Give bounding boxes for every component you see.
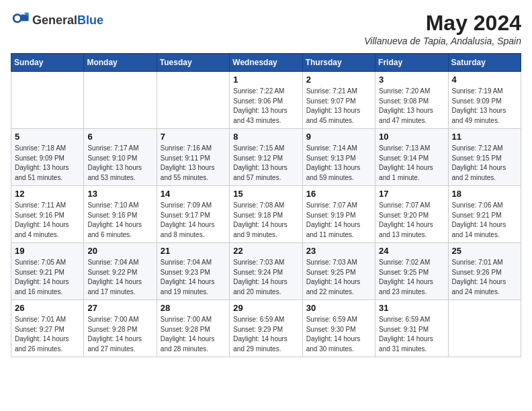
calendar-cell: 14Sunrise: 7:09 AM Sunset: 9:17 PM Dayli… [157, 186, 229, 243]
day-info: Sunrise: 7:15 AM Sunset: 9:12 PM Dayligh… [233, 144, 298, 183]
day-number: 9 [306, 132, 371, 142]
day-number: 2 [306, 75, 371, 85]
day-info: Sunrise: 6:59 AM Sunset: 9:31 PM Dayligh… [379, 315, 444, 354]
day-info: Sunrise: 7:03 AM Sunset: 9:25 PM Dayligh… [306, 258, 371, 297]
day-info: Sunrise: 7:01 AM Sunset: 9:26 PM Dayligh… [452, 258, 517, 297]
day-of-week-wednesday: Wednesday [230, 54, 302, 72]
calendar-cell: 11Sunrise: 7:12 AM Sunset: 9:15 PM Dayli… [448, 129, 521, 186]
day-info: Sunrise: 7:07 AM Sunset: 9:20 PM Dayligh… [379, 201, 444, 240]
day-info: Sunrise: 6:59 AM Sunset: 9:29 PM Dayligh… [233, 315, 298, 354]
day-number: 5 [15, 132, 80, 142]
day-number: 7 [161, 132, 226, 142]
week-row-5: 26Sunrise: 7:01 AM Sunset: 9:27 PM Dayli… [11, 300, 521, 357]
location: Villanueva de Tapia, Andalusia, Spain [364, 36, 521, 46]
week-row-3: 12Sunrise: 7:11 AM Sunset: 9:16 PM Dayli… [11, 186, 521, 243]
calendar-cell: 31Sunrise: 6:59 AM Sunset: 9:31 PM Dayli… [375, 300, 448, 357]
calendar-cell: 5Sunrise: 7:18 AM Sunset: 9:09 PM Daylig… [11, 129, 84, 186]
day-number: 23 [306, 246, 371, 256]
calendar-cell: 18Sunrise: 7:06 AM Sunset: 9:21 PM Dayli… [448, 186, 521, 243]
day-number: 17 [379, 189, 444, 199]
day-info: Sunrise: 7:22 AM Sunset: 9:06 PM Dayligh… [233, 87, 298, 126]
day-number: 13 [87, 189, 152, 199]
day-info: Sunrise: 7:18 AM Sunset: 9:09 PM Dayligh… [15, 144, 80, 183]
title-area: May 2024 Villanueva de Tapia, Andalusia,… [364, 11, 521, 46]
calendar-cell: 25Sunrise: 7:01 AM Sunset: 9:26 PM Dayli… [448, 243, 521, 300]
svg-point-1 [15, 15, 20, 21]
day-number: 14 [161, 189, 226, 199]
calendar-cell: 27Sunrise: 7:00 AM Sunset: 9:28 PM Dayli… [84, 300, 157, 357]
day-number: 29 [233, 303, 298, 313]
day-info: Sunrise: 7:04 AM Sunset: 9:22 PM Dayligh… [87, 258, 152, 297]
logo: GeneralBlue [11, 11, 103, 30]
calendar-cell: 16Sunrise: 7:07 AM Sunset: 9:19 PM Dayli… [302, 186, 375, 243]
day-info: Sunrise: 7:09 AM Sunset: 9:17 PM Dayligh… [161, 201, 226, 240]
day-info: Sunrise: 7:20 AM Sunset: 9:08 PM Dayligh… [379, 87, 444, 126]
day-number: 3 [379, 75, 444, 85]
calendar-cell [157, 72, 229, 129]
day-info: Sunrise: 7:04 AM Sunset: 9:23 PM Dayligh… [161, 258, 226, 297]
day-info: Sunrise: 7:03 AM Sunset: 9:24 PM Dayligh… [233, 258, 298, 297]
day-info: Sunrise: 7:02 AM Sunset: 9:25 PM Dayligh… [379, 258, 444, 297]
day-number: 21 [161, 246, 226, 256]
calendar-cell: 15Sunrise: 7:08 AM Sunset: 9:18 PM Dayli… [230, 186, 302, 243]
calendar-cell: 17Sunrise: 7:07 AM Sunset: 9:20 PM Dayli… [375, 186, 448, 243]
day-info: Sunrise: 7:08 AM Sunset: 9:18 PM Dayligh… [233, 201, 298, 240]
calendar-cell: 30Sunrise: 6:59 AM Sunset: 9:30 PM Dayli… [302, 300, 375, 357]
day-number: 22 [233, 246, 298, 256]
day-number: 31 [379, 303, 444, 313]
day-info: Sunrise: 7:07 AM Sunset: 9:19 PM Dayligh… [306, 201, 371, 240]
calendar-cell: 23Sunrise: 7:03 AM Sunset: 9:25 PM Dayli… [302, 243, 375, 300]
calendar-cell: 28Sunrise: 7:00 AM Sunset: 9:28 PM Dayli… [157, 300, 229, 357]
day-number: 4 [452, 75, 517, 85]
calendar-cell: 24Sunrise: 7:02 AM Sunset: 9:25 PM Dayli… [375, 243, 448, 300]
header: GeneralBlue May 2024 Villanueva de Tapia… [11, 11, 521, 46]
calendar-cell: 26Sunrise: 7:01 AM Sunset: 9:27 PM Dayli… [11, 300, 84, 357]
calendar-cell: 4Sunrise: 7:19 AM Sunset: 9:09 PM Daylig… [448, 72, 521, 129]
day-number: 20 [87, 246, 152, 256]
calendar-cell: 9Sunrise: 7:14 AM Sunset: 9:13 PM Daylig… [302, 129, 375, 186]
week-row-2: 5Sunrise: 7:18 AM Sunset: 9:09 PM Daylig… [11, 129, 521, 186]
day-info: Sunrise: 7:00 AM Sunset: 9:28 PM Dayligh… [161, 315, 226, 354]
day-number: 1 [233, 75, 298, 85]
calendar-cell: 20Sunrise: 7:04 AM Sunset: 9:22 PM Dayli… [84, 243, 157, 300]
calendar-cell: 1Sunrise: 7:22 AM Sunset: 9:06 PM Daylig… [230, 72, 302, 129]
calendar-cell: 8Sunrise: 7:15 AM Sunset: 9:12 PM Daylig… [230, 129, 302, 186]
day-info: Sunrise: 7:01 AM Sunset: 9:27 PM Dayligh… [15, 315, 80, 354]
day-number: 12 [15, 189, 80, 199]
day-info: Sunrise: 6:59 AM Sunset: 9:30 PM Dayligh… [306, 315, 371, 354]
day-info: Sunrise: 7:13 AM Sunset: 9:14 PM Dayligh… [379, 144, 444, 183]
day-of-week-saturday: Saturday [448, 54, 521, 72]
day-info: Sunrise: 7:12 AM Sunset: 9:15 PM Dayligh… [452, 144, 517, 183]
week-row-4: 19Sunrise: 7:05 AM Sunset: 9:21 PM Dayli… [11, 243, 521, 300]
day-number: 16 [306, 189, 371, 199]
day-info: Sunrise: 7:10 AM Sunset: 9:16 PM Dayligh… [87, 201, 152, 240]
day-info: Sunrise: 7:16 AM Sunset: 9:11 PM Dayligh… [161, 144, 226, 183]
calendar-cell: 22Sunrise: 7:03 AM Sunset: 9:24 PM Dayli… [230, 243, 302, 300]
calendar-cell: 10Sunrise: 7:13 AM Sunset: 9:14 PM Dayli… [375, 129, 448, 186]
day-number: 10 [379, 132, 444, 142]
day-info: Sunrise: 7:05 AM Sunset: 9:21 PM Dayligh… [15, 258, 80, 297]
calendar-cell [11, 72, 84, 129]
day-of-week-sunday: Sunday [11, 54, 84, 72]
calendar-table: SundayMondayTuesdayWednesdayThursdayFrid… [11, 53, 521, 357]
logo-icon [11, 11, 30, 30]
logo-blue: Blue [77, 13, 103, 27]
logo-text: GeneralBlue [32, 13, 103, 28]
day-number: 15 [233, 189, 298, 199]
calendar-cell: 6Sunrise: 7:17 AM Sunset: 9:10 PM Daylig… [84, 129, 157, 186]
day-info: Sunrise: 7:19 AM Sunset: 9:09 PM Dayligh… [452, 87, 517, 126]
day-info: Sunrise: 7:21 AM Sunset: 9:07 PM Dayligh… [306, 87, 371, 126]
month-year: May 2024 [364, 11, 521, 36]
days-of-week-row: SundayMondayTuesdayWednesdayThursdayFrid… [11, 54, 521, 72]
day-info: Sunrise: 7:17 AM Sunset: 9:10 PM Dayligh… [87, 144, 152, 183]
day-number: 28 [161, 303, 226, 313]
day-number: 25 [452, 246, 517, 256]
day-of-week-tuesday: Tuesday [157, 54, 229, 72]
day-number: 24 [379, 246, 444, 256]
logo-general: General [32, 13, 77, 27]
calendar-cell: 19Sunrise: 7:05 AM Sunset: 9:21 PM Dayli… [11, 243, 84, 300]
calendar-cell: 2Sunrise: 7:21 AM Sunset: 9:07 PM Daylig… [302, 72, 375, 129]
day-of-week-friday: Friday [375, 54, 448, 72]
day-number: 27 [87, 303, 152, 313]
week-row-1: 1Sunrise: 7:22 AM Sunset: 9:06 PM Daylig… [11, 72, 521, 129]
